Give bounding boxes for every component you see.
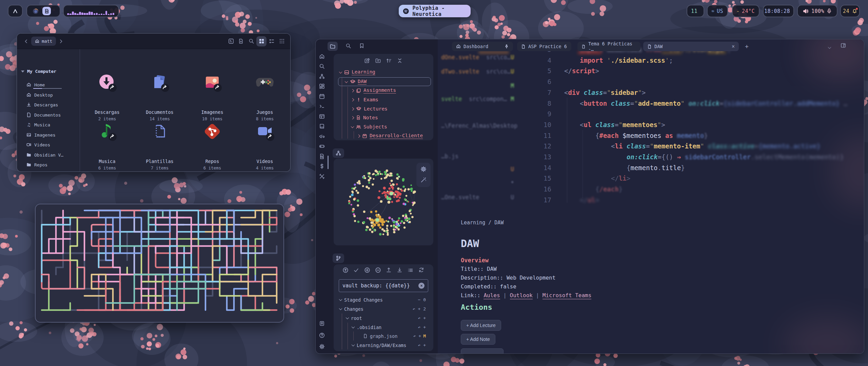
git-row-obsidian-folder[interactable]: .obsidian↶ + [334, 323, 433, 332]
sidebar-item-documentos[interactable]: Documentos [17, 110, 80, 119]
tree-row-learning[interactable]: Learning [334, 68, 433, 77]
ribbon-vault-icon[interactable] [318, 320, 325, 327]
ribbon-home-icon[interactable] [318, 53, 325, 60]
notifications-widget[interactable]: 24 [840, 5, 860, 17]
breadcrumb[interactable]: matt [31, 37, 56, 46]
tree-row-daw[interactable]: DAW [334, 77, 433, 86]
git-refresh-button[interactable] [418, 267, 425, 273]
git-row-changes[interactable]: Changes↶ + 2 [334, 304, 433, 313]
sidebar-item-imagenes[interactable]: Imagenes [17, 130, 80, 139]
tree-row-assignments[interactable]: Assignments [334, 86, 433, 95]
tab-asp-practice-6[interactable]: ASP Practice 6 [517, 42, 571, 51]
tree-row-exams[interactable]: !Exams [334, 95, 433, 104]
ribbon-file-search-icon[interactable] [318, 153, 325, 160]
sidebar-item-repos[interactable]: Repos [17, 160, 80, 169]
sidebar-item-desktop[interactable]: Desktop [17, 90, 80, 99]
graph-settings-button[interactable] [420, 166, 427, 172]
music-widget[interactable]: Polyphia - Neurotica [399, 5, 471, 17]
ribbon-graph-icon[interactable] [318, 73, 325, 80]
tab-list-button[interactable] [828, 44, 831, 50]
git-row-graph-json[interactable]: graph.json↶ +M [334, 331, 433, 341]
sort-button[interactable] [386, 58, 392, 63]
keyboard-layout-widget[interactable]: US [707, 5, 728, 17]
add-lecture-button[interactable]: + Add Lecture [461, 320, 501, 331]
git-unstage-all-button[interactable] [375, 267, 381, 273]
compact-view-button[interactable] [277, 36, 287, 46]
grid-view-button[interactable] [256, 36, 267, 46]
git-row-learning-daw-exams[interactable]: Learning/DAW/Exams↶ + [334, 341, 433, 350]
partial-action-button[interactable] [461, 348, 504, 354]
ribbon-terminal-icon[interactable] [318, 103, 325, 109]
sidebar-item-videos[interactable]: Videos [17, 140, 80, 149]
new-folder-button[interactable] [236, 36, 246, 46]
search-button[interactable] [246, 36, 256, 46]
active-underline [33, 88, 62, 89]
clear-commit-button[interactable]: × [418, 283, 425, 289]
sidebar-item-obsidian-vault[interactable]: Obsidian V… [17, 150, 80, 159]
graph-view-tab[interactable] [333, 148, 344, 158]
sidebar-item-juegos[interactable]: Juegos [17, 170, 80, 172]
ribbon-gamepad-icon[interactable] [318, 143, 325, 149]
graph-filter-button[interactable] [420, 177, 427, 183]
ribbon-code-template-icon[interactable] [318, 133, 325, 140]
sidebar-section[interactable]: My Computer [21, 69, 56, 74]
ribbon-help-icon[interactable] [318, 332, 325, 339]
clock-widget[interactable]: 18:08:28 [763, 5, 794, 17]
new-note-button[interactable] [364, 58, 370, 63]
new-folder-button[interactable] [375, 58, 381, 63]
ribbon-calendar-icon[interactable] [318, 93, 325, 100]
ribbon-book-icon[interactable] [318, 123, 325, 129]
sidebar-item-home[interactable]: Home [17, 80, 80, 89]
sidebar-item-descargas[interactable]: Descargas [17, 100, 80, 109]
ribbon-search-icon[interactable] [318, 63, 325, 69]
arch-logo-icon [13, 8, 18, 15]
git-row-staged-changes[interactable]: Staged Changes− 0 [334, 295, 433, 304]
workspace-firefox[interactable] [31, 7, 40, 15]
collapse-all-button[interactable] [397, 58, 402, 63]
close-tab-icon[interactable]: × [732, 43, 735, 49]
ribbon-table-icon[interactable] [318, 113, 325, 120]
tree-row-notes[interactable]: Notes [334, 113, 433, 122]
sidebar-item-musica[interactable]: ♫Musica [17, 120, 80, 129]
note-breadcrumb[interactable]: Learning / DAW [461, 220, 504, 226]
new-tab-button[interactable]: + [745, 43, 749, 50]
git-commit-button[interactable] [353, 267, 359, 273]
git-tab[interactable] [333, 253, 344, 263]
git-changelist-button[interactable] [408, 267, 414, 273]
tree-row-lectures[interactable]: Lectures [334, 104, 433, 113]
add-note-button[interactable]: + Add Note [461, 334, 495, 345]
search-tab-button[interactable] [346, 43, 351, 49]
link-outlook[interactable]: Outlook [510, 292, 533, 299]
nav-forward-button[interactable] [56, 36, 66, 46]
book-icon [356, 88, 361, 93]
tab-tema-6-practicas[interactable]: Tema 6 Prácticas -… [577, 42, 640, 51]
tab-daw[interactable]: DAW × [643, 42, 739, 51]
git-pull-button[interactable] [397, 267, 403, 273]
toggle-explorer-button[interactable] [328, 42, 338, 51]
volume-widget[interactable]: 100% [797, 5, 837, 17]
ribbon-dashboard-icon[interactable] [318, 83, 325, 89]
open-terminal-button[interactable] [226, 36, 236, 46]
workspace-notes[interactable] [42, 7, 51, 15]
commit-message-input[interactable] [342, 283, 416, 289]
nav-back-button[interactable] [21, 36, 31, 46]
tab-dashboard[interactable]: Dashboard [452, 42, 513, 51]
ribbon-dollar-icon[interactable] [318, 163, 325, 169]
ribbon-gear-icon[interactable] [318, 343, 325, 350]
ribbon-crossed-tools-icon[interactable] [318, 173, 325, 180]
bookmarks-tab-button[interactable] [359, 43, 364, 48]
list-view-button[interactable] [267, 36, 277, 46]
split-view-button[interactable] [841, 43, 846, 48]
updates-widget[interactable]: 11 [687, 5, 704, 17]
link-aules[interactable]: Aules [484, 292, 500, 299]
weather-widget[interactable]: 24°C [732, 5, 760, 17]
workspaces-widget[interactable] [26, 5, 60, 17]
git-push-button[interactable] [386, 267, 392, 273]
git-row-root[interactable]: root↶ + [334, 313, 433, 323]
link-microsoft-teams[interactable]: Microsoft Teams [542, 292, 592, 299]
tree-row-desarrollo-cliente[interactable]: Desarrollo-Cliente [334, 131, 433, 140]
git-commit-push-button[interactable] [342, 267, 349, 273]
launcher-button[interactable] [8, 5, 23, 17]
git-stage-all-button[interactable] [364, 267, 370, 273]
tree-row-subjects[interactable]: Subjects [334, 122, 433, 131]
